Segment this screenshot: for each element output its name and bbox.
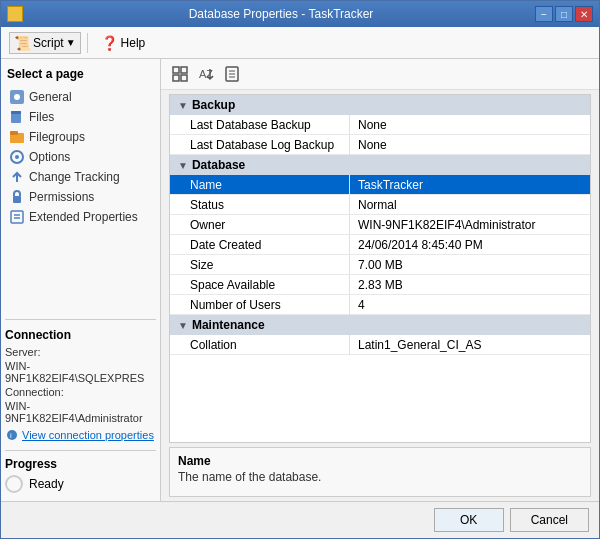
table-row[interactable]: Status Normal	[170, 195, 590, 215]
window-title: Database Properties - TaskTracker	[27, 7, 535, 21]
table-row[interactable]: Name TaskTracker	[170, 175, 590, 195]
svg-text:i: i	[10, 431, 12, 440]
svg-rect-17	[173, 75, 179, 81]
progress-section: Progress Ready	[5, 450, 156, 493]
extended-properties-icon	[9, 209, 25, 225]
table-row[interactable]: Size 7.00 MB	[170, 255, 590, 275]
svg-rect-15	[173, 67, 179, 73]
footer: OK Cancel	[1, 501, 599, 538]
sidebar-item-files[interactable]: Files	[5, 107, 156, 127]
ok-button[interactable]: OK	[434, 508, 504, 532]
prop-name: Size	[170, 255, 350, 274]
svg-rect-18	[181, 75, 187, 81]
help-button[interactable]: ❓ Help	[94, 32, 153, 54]
sidebar-item-label: Permissions	[29, 190, 94, 204]
cancel-button[interactable]: Cancel	[510, 508, 589, 532]
table-row[interactable]: Space Available 2.83 MB	[170, 275, 590, 295]
grid-view-button[interactable]	[169, 63, 191, 85]
main-content: Select a page General Files Filegroups	[1, 59, 599, 501]
table-row[interactable]: Date Created 24/06/2014 8:45:40 PM	[170, 235, 590, 255]
minimize-button[interactable]: −	[535, 6, 553, 22]
prop-value: 4	[350, 295, 590, 314]
backup-section-header: ▼ Backup	[170, 95, 590, 115]
main-toolbar: 📜 Script ▼ ❓ Help	[1, 27, 599, 59]
table-row[interactable]: Owner WIN-9NF1K82EIF4\Administrator	[170, 215, 590, 235]
icon-toolbar: AZ	[161, 59, 599, 90]
prop-value: 7.00 MB	[350, 255, 590, 274]
progress-spinner	[5, 475, 23, 493]
collapse-icon: ▼	[178, 100, 188, 111]
table-row[interactable]: Last Database Log Backup None	[170, 135, 590, 155]
properties-table: ▼ Backup Last Database Backup None Last …	[169, 94, 591, 443]
sidebar: Select a page General Files Filegroups	[1, 59, 161, 501]
progress-ready: Ready	[5, 475, 156, 493]
info-panel-description: The name of the database.	[178, 470, 582, 484]
script-button[interactable]: 📜 Script ▼	[9, 32, 81, 54]
svg-rect-10	[11, 211, 23, 223]
prop-value: None	[350, 135, 590, 154]
main-window: Database Properties - TaskTracker − □ ✕ …	[0, 0, 600, 539]
prop-value: 2.83 MB	[350, 275, 590, 294]
prop-name: Last Database Backup	[170, 115, 350, 134]
prop-value: Latin1_General_CI_AS	[350, 335, 590, 354]
prop-name: Space Available	[170, 275, 350, 294]
sidebar-item-permissions[interactable]: Permissions	[5, 187, 156, 207]
sidebar-item-filegroups[interactable]: Filegroups	[5, 127, 156, 147]
prop-name: Owner	[170, 215, 350, 234]
script-dropdown-icon: ▼	[66, 37, 76, 48]
sidebar-item-options[interactable]: Options	[5, 147, 156, 167]
maintenance-section-title: Maintenance	[192, 318, 265, 332]
sidebar-item-extended-properties[interactable]: Extended Properties	[5, 207, 156, 227]
prop-value: WIN-9NF1K82EIF4\Administrator	[350, 215, 590, 234]
prop-name: Name	[170, 175, 350, 194]
sidebar-item-label: Files	[29, 110, 54, 124]
database-section-title: Database	[192, 158, 245, 172]
prop-name: Collation	[170, 335, 350, 354]
sidebar-item-change-tracking[interactable]: Change Tracking	[5, 167, 156, 187]
prop-value: None	[350, 115, 590, 134]
right-panel: AZ ▼	[161, 59, 599, 501]
collapse-icon: ▼	[178, 320, 188, 331]
change-tracking-icon	[9, 169, 25, 185]
table-row[interactable]: Number of Users 4	[170, 295, 590, 315]
svg-point-1	[14, 94, 20, 100]
sidebar-item-label: Change Tracking	[29, 170, 120, 184]
close-button[interactable]: ✕	[575, 6, 593, 22]
prop-value: TaskTracker	[350, 175, 590, 194]
script-label: Script	[33, 36, 64, 50]
permissions-icon	[9, 189, 25, 205]
table-row[interactable]: Collation Latin1_General_CI_AS	[170, 335, 590, 355]
filegroups-icon	[9, 129, 25, 145]
files-icon	[9, 109, 25, 125]
prop-name: Status	[170, 195, 350, 214]
view-connection-link[interactable]: i View connection properties	[5, 428, 156, 442]
title-bar-controls: − □ ✕	[535, 6, 593, 22]
connection-value: WIN-9NF1K82EIF4\Administrator	[5, 400, 156, 424]
maintenance-section-header: ▼ Maintenance	[170, 315, 590, 335]
sidebar-item-label: General	[29, 90, 72, 104]
svg-rect-3	[11, 111, 21, 114]
title-bar: Database Properties - TaskTracker − □ ✕	[1, 1, 599, 27]
connection-label: Connection:	[5, 386, 156, 398]
svg-rect-5	[10, 131, 18, 135]
sort-button[interactable]: AZ	[195, 63, 217, 85]
sidebar-item-label: Extended Properties	[29, 210, 138, 224]
help-label: Help	[121, 36, 146, 50]
sidebar-item-general[interactable]: General	[5, 87, 156, 107]
pages-button[interactable]	[221, 63, 243, 85]
toolbar-divider	[87, 33, 88, 53]
svg-rect-16	[181, 67, 187, 73]
prop-value: 24/06/2014 8:45:40 PM	[350, 235, 590, 254]
table-row[interactable]: Last Database Backup None	[170, 115, 590, 135]
connection-section: Connection Server: WIN-9NF1K82EIF4\SQLEX…	[5, 319, 156, 442]
collapse-icon: ▼	[178, 160, 188, 171]
progress-status: Ready	[29, 477, 64, 491]
prop-name: Last Database Log Backup	[170, 135, 350, 154]
options-icon	[9, 149, 25, 165]
maximize-button[interactable]: □	[555, 6, 573, 22]
svg-rect-9	[13, 196, 21, 203]
general-icon	[9, 89, 25, 105]
sidebar-section-title: Select a page	[5, 67, 156, 81]
info-panel: Name The name of the database.	[169, 447, 591, 497]
database-section-header: ▼ Database	[170, 155, 590, 175]
